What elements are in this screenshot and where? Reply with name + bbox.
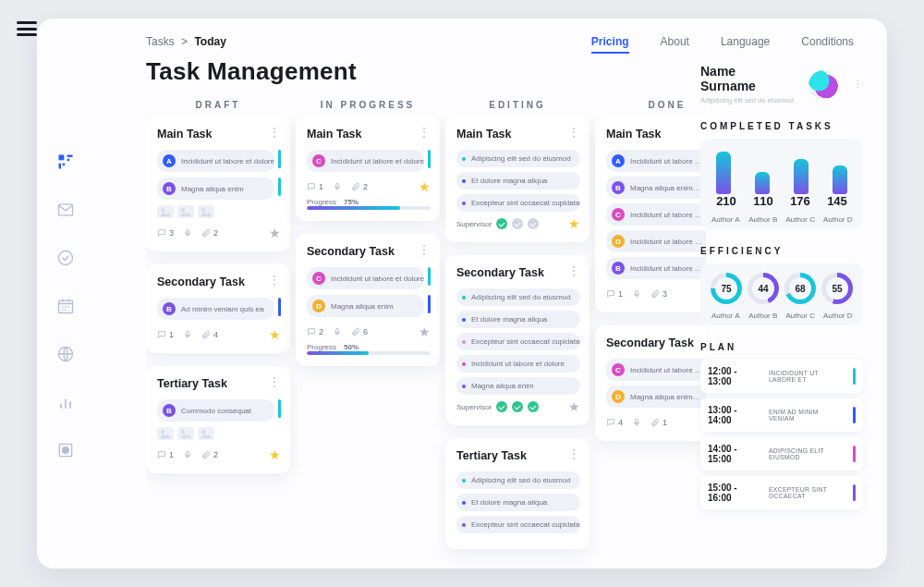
- plan-item[interactable]: 15:00 - 16:00 Excepteur sint occaecat: [700, 476, 863, 509]
- star-toggle[interactable]: ★: [568, 399, 580, 414]
- bar: [794, 159, 808, 195]
- task-card[interactable]: ⋮ Tertiary Task Adipiscing elit sed do e…: [445, 438, 590, 549]
- plan-item[interactable]: 12:00 - 13:00 Incididunt ut labore et: [700, 360, 863, 393]
- task-card[interactable]: ⋮ Main Task C Incididunt ut labore et do…: [296, 116, 440, 221]
- kebab-icon[interactable]: ⋮: [419, 126, 431, 139]
- side-panel: Name Surname Adipiscing elit sed do eius…: [700, 65, 863, 509]
- star-toggle[interactable]: ★: [269, 226, 281, 240]
- kebab-icon[interactable]: ⋮: [568, 126, 580, 139]
- gauge-value: 68: [784, 273, 816, 304]
- bullet-icon: [462, 340, 466, 344]
- column-draft: ⋮ Main Task A Incididunt ut labore et do…: [146, 116, 290, 473]
- checklist-item[interactable]: Adipiscing elit sed do eiusmod: [456, 471, 580, 489]
- star-toggle[interactable]: ★: [419, 179, 431, 194]
- rail-record[interactable]: [56, 441, 75, 463]
- checklist-item[interactable]: Excepteur sint occaecat cupidatat: [456, 194, 580, 212]
- supervisor-check[interactable]: [512, 401, 523, 412]
- supervisor-check[interactable]: [528, 401, 539, 412]
- completed-labels: Author AAuthor BAuthor CAuthor D: [708, 215, 856, 224]
- checklist-item[interactable]: Magna aliqua enim: [456, 377, 580, 395]
- task-card[interactable]: ⋮ Secondary Task Adipiscing elit sed do …: [445, 255, 590, 425]
- task-card[interactable]: ⋮ Main Task Adipiscing elit sed do eiusm…: [445, 116, 590, 242]
- supervisor-check[interactable]: [528, 218, 539, 229]
- nav-tab-conditions[interactable]: Conditions: [801, 35, 854, 54]
- checklist-item[interactable]: Et dolore magna aliqua: [456, 494, 580, 511]
- task-card[interactable]: ⋮ Secondary Task C Incididunt ut labore …: [296, 234, 440, 366]
- task-card[interactable]: ⋮ Main Task A Incididunt ut labore et n……: [595, 116, 706, 312]
- column-header-inprogress: IN PROGRESS: [296, 100, 440, 110]
- nav-tab-pricing[interactable]: Pricing: [591, 35, 629, 54]
- kebab-icon[interactable]: ⋮: [568, 447, 580, 460]
- thumbnail-row: [157, 427, 281, 440]
- task-item[interactable]: A Incididunt ut labore et dolore: [157, 150, 274, 172]
- kebab-icon[interactable]: ⋮: [853, 79, 863, 91]
- rail-dashboard[interactable]: [56, 153, 75, 175]
- task-item[interactable]: B Magna aliqua enim: [157, 177, 274, 200]
- plan-item[interactable]: 13:00 - 14:00 Enim ad minim veniam: [700, 398, 863, 432]
- task-item-text: Incididunt ut labore et dolore: [331, 157, 424, 165]
- svg-rect-8: [67, 155, 73, 158]
- checklist-item[interactable]: Et dolore magna aliqua: [456, 311, 580, 328]
- kebab-icon[interactable]: ⋮: [269, 126, 281, 139]
- gauge-label: Author C: [783, 312, 819, 320]
- status-stripe: [278, 150, 281, 168]
- status-stripe: [278, 399, 281, 418]
- star-toggle[interactable]: ★: [269, 327, 281, 342]
- kebab-icon[interactable]: ⋮: [568, 264, 580, 277]
- kebab-icon[interactable]: ⋮: [269, 274, 281, 287]
- card-title: Secondary Task: [157, 275, 281, 288]
- task-item[interactable]: B Magna aliqua enim…: [606, 177, 706, 199]
- gauge: 75: [711, 273, 742, 304]
- task-item-text: Incididunt ut labore et n…: [630, 238, 706, 246]
- star-toggle[interactable]: ★: [568, 216, 580, 231]
- plan-item[interactable]: 14:00 - 15:00 Adipiscing elit eiusmod: [700, 437, 863, 471]
- checklist-item[interactable]: Adipiscing elit sed do eiusmod: [456, 150, 580, 167]
- task-item[interactable]: C Incididunt ut labore et n…: [606, 359, 706, 381]
- checklist-item[interactable]: Excepteur sint occaecat cupidatat: [456, 516, 580, 533]
- rail-calendar[interactable]: [56, 297, 75, 319]
- checklist-item[interactable]: Et dolore magna aliqua: [456, 172, 580, 190]
- task-item[interactable]: B Incididunt ut labore et n…: [606, 257, 706, 279]
- task-card[interactable]: ⋮ Main Task A Incididunt ut labore et do…: [146, 116, 290, 251]
- nav-tab-language[interactable]: Language: [721, 35, 770, 54]
- svg-rect-9: [67, 159, 70, 162]
- nav-tab-about[interactable]: About: [661, 35, 689, 54]
- star-toggle[interactable]: ★: [269, 447, 281, 462]
- avatar[interactable]: [808, 70, 838, 100]
- checklist-item[interactable]: Incididunt ut labore et dolore: [456, 355, 580, 373]
- supervisor-check[interactable]: [512, 218, 523, 229]
- supervisor-check[interactable]: [496, 401, 507, 412]
- svg-rect-0: [187, 229, 189, 234]
- task-card[interactable]: ⋮ Secondary Task C Incididunt ut labore …: [595, 325, 706, 441]
- rail-globe[interactable]: [56, 345, 75, 367]
- breadcrumb-root[interactable]: Tasks: [146, 35, 175, 48]
- task-item[interactable]: A Incididunt ut labore et n…: [606, 150, 706, 172]
- rail-mail[interactable]: [56, 201, 75, 223]
- check-circle-icon: [56, 254, 75, 270]
- bullet-icon: [462, 179, 466, 183]
- bar-value: 210: [708, 194, 745, 208]
- task-item[interactable]: D Magna aliqua enim…: [606, 385, 706, 408]
- task-item[interactable]: C Incididunt ut labore et n…: [606, 203, 706, 226]
- rail-analytics[interactable]: [56, 393, 75, 415]
- task-item[interactable]: B Commodo consequat: [157, 399, 274, 422]
- task-card[interactable]: ⋮ Tertiary Task B Commodo consequat 12★: [146, 366, 290, 473]
- task-item[interactable]: D Magna aliqua enim: [307, 295, 424, 317]
- kebab-icon[interactable]: ⋮: [419, 243, 431, 256]
- task-item[interactable]: C Incididunt ut labore et dolore: [307, 267, 424, 289]
- checklist-item[interactable]: Excepteur sint occaecat cupidatat: [456, 333, 580, 350]
- star-toggle[interactable]: ★: [419, 324, 431, 339]
- supervisor-check[interactable]: [496, 218, 507, 229]
- task-item[interactable]: C Incididunt ut labore et dolore: [307, 150, 424, 172]
- task-card[interactable]: ⋮ Secondary Task B Ad minim veniam quis …: [146, 264, 290, 353]
- task-item[interactable]: D Incididunt ut labore et n…: [606, 230, 706, 252]
- task-item[interactable]: B Ad minim veniam quis ea: [157, 298, 274, 320]
- checklist-item[interactable]: Adipiscing elit sed do eiusmod: [456, 288, 580, 306]
- rail-approve[interactable]: [56, 249, 75, 271]
- kebab-icon[interactable]: ⋮: [269, 375, 281, 388]
- menu-button[interactable]: [17, 21, 37, 36]
- comment-count: 2: [307, 327, 323, 336]
- plan-time: 14:00 - 15:00: [708, 444, 761, 464]
- avatar-badge: B: [612, 181, 625, 194]
- completed-section: COMPLETED TASKS 210110176145 Author AAut…: [700, 121, 863, 229]
